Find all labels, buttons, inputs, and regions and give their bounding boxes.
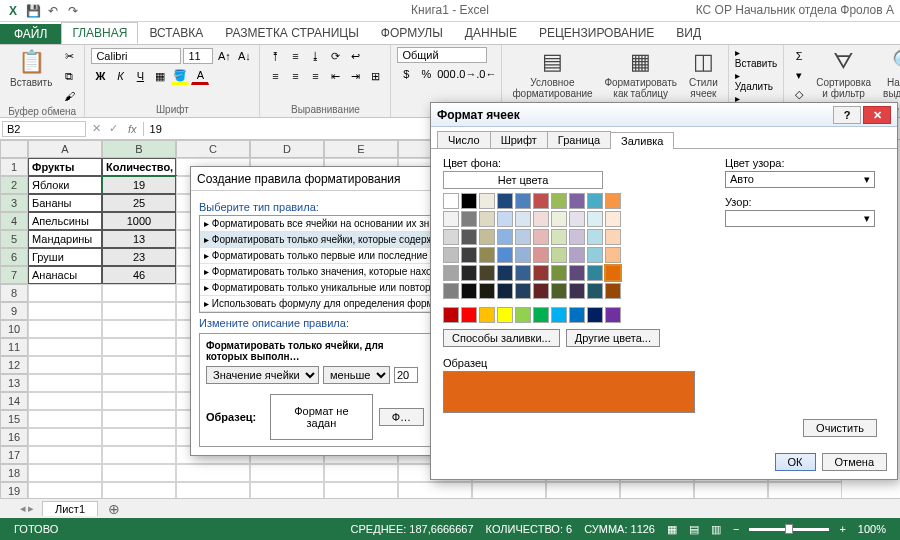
- cancel-button[interactable]: Отмена: [822, 453, 887, 471]
- color-swatch[interactable]: [587, 307, 603, 323]
- row-header[interactable]: 2: [0, 176, 28, 194]
- color-swatch[interactable]: [497, 247, 513, 263]
- color-swatch[interactable]: [533, 229, 549, 245]
- color-swatch[interactable]: [569, 265, 585, 281]
- align-center-icon[interactable]: ≡: [286, 67, 304, 85]
- paste-button[interactable]: 📋Вставить: [6, 47, 56, 90]
- cell[interactable]: Количество, кг: [102, 158, 176, 176]
- cell[interactable]: [102, 356, 176, 374]
- cancel-formula-icon[interactable]: ✕: [88, 122, 105, 135]
- copy-icon[interactable]: ⧉: [60, 67, 78, 85]
- color-swatch[interactable]: [461, 307, 477, 323]
- color-swatch[interactable]: [587, 247, 603, 263]
- color-swatch[interactable]: [551, 211, 567, 227]
- color-swatch[interactable]: [443, 283, 459, 299]
- pattern-style-select[interactable]: ▾: [725, 210, 875, 227]
- cell[interactable]: [28, 446, 102, 464]
- color-swatch[interactable]: [443, 265, 459, 281]
- column-header[interactable]: D: [250, 140, 324, 158]
- color-swatch[interactable]: [515, 211, 531, 227]
- indent-decrease-icon[interactable]: ⇤: [326, 67, 344, 85]
- row-header[interactable]: 4: [0, 212, 28, 230]
- tab-home[interactable]: ГЛАВНАЯ: [61, 22, 138, 44]
- color-swatch[interactable]: [587, 229, 603, 245]
- number-format-select[interactable]: Общий: [397, 47, 487, 63]
- color-swatch[interactable]: [605, 247, 621, 263]
- row-header[interactable]: 11: [0, 338, 28, 356]
- tab-border[interactable]: Граница: [547, 131, 611, 148]
- color-swatch[interactable]: [587, 283, 603, 299]
- undo-icon[interactable]: ↶: [44, 2, 62, 20]
- zoom-in-icon[interactable]: +: [839, 523, 845, 535]
- tab-font[interactable]: Шрифт: [490, 131, 548, 148]
- format-painter-icon[interactable]: 🖌: [60, 87, 78, 105]
- color-swatch[interactable]: [515, 265, 531, 281]
- color-swatch[interactable]: [551, 265, 567, 281]
- rule-type-item[interactable]: ▸ Форматировать только первые или послед…: [200, 248, 430, 264]
- help-icon[interactable]: ?: [833, 106, 861, 124]
- autosum-icon[interactable]: Σ: [790, 47, 808, 65]
- underline-button[interactable]: Ч: [131, 67, 149, 85]
- color-swatch[interactable]: [551, 193, 567, 209]
- comma-icon[interactable]: 000: [437, 65, 455, 83]
- color-swatch[interactable]: [479, 229, 495, 245]
- color-swatch[interactable]: [605, 283, 621, 299]
- view-pagelayout-icon[interactable]: ▤: [689, 523, 699, 536]
- color-swatch[interactable]: [443, 229, 459, 245]
- pattern-color-select[interactable]: Авто▾: [725, 171, 875, 188]
- cell[interactable]: [250, 464, 324, 482]
- cell[interactable]: 19: [102, 176, 176, 194]
- cell[interactable]: [102, 284, 176, 302]
- column-header[interactable]: A: [28, 140, 102, 158]
- rule-type-item[interactable]: ▸ Использовать формулу для определения ф…: [200, 296, 430, 312]
- align-left-icon[interactable]: ≡: [266, 67, 284, 85]
- color-swatch[interactable]: [551, 307, 567, 323]
- color-swatch[interactable]: [497, 229, 513, 245]
- align-middle-icon[interactable]: ≡: [286, 47, 304, 65]
- font-name-select[interactable]: Calibri: [91, 48, 181, 64]
- cell[interactable]: [176, 464, 250, 482]
- column-header[interactable]: B: [102, 140, 176, 158]
- color-swatch[interactable]: [533, 265, 549, 281]
- cell[interactable]: 46: [102, 266, 176, 284]
- color-swatch[interactable]: [479, 193, 495, 209]
- fx-icon[interactable]: fx: [122, 123, 143, 135]
- add-sheet-icon[interactable]: ⊕: [100, 501, 128, 517]
- file-tab[interactable]: ФАЙЛ: [0, 24, 61, 44]
- color-swatch[interactable]: [605, 229, 621, 245]
- no-color-button[interactable]: Нет цвета: [443, 171, 603, 189]
- row-header[interactable]: 17: [0, 446, 28, 464]
- cut-icon[interactable]: ✂: [60, 47, 78, 65]
- color-swatch[interactable]: [479, 247, 495, 263]
- ok-button[interactable]: ОК: [775, 453, 816, 471]
- italic-button[interactable]: К: [111, 67, 129, 85]
- close-icon[interactable]: ✕: [863, 106, 891, 124]
- color-swatch[interactable]: [533, 211, 549, 227]
- row-header[interactable]: 3: [0, 194, 28, 212]
- zoom-out-icon[interactable]: −: [733, 523, 739, 535]
- tab-fill[interactable]: Заливка: [610, 132, 674, 149]
- tab-view[interactable]: ВИД: [665, 22, 712, 44]
- rule-type-item[interactable]: ▸ Форматировать только ячейки, которые с…: [200, 232, 430, 248]
- color-swatch[interactable]: [443, 193, 459, 209]
- column-header[interactable]: E: [324, 140, 398, 158]
- cell[interactable]: Груши: [28, 248, 102, 266]
- row-header[interactable]: 8: [0, 284, 28, 302]
- cell[interactable]: 25: [102, 194, 176, 212]
- color-swatch[interactable]: [479, 307, 495, 323]
- cell-styles-button[interactable]: ◫Стили ячеек: [685, 47, 722, 101]
- select-all-corner[interactable]: [0, 140, 28, 158]
- more-colors-button[interactable]: Другие цвета...: [566, 329, 660, 347]
- row-header[interactable]: 13: [0, 374, 28, 392]
- row-header[interactable]: 10: [0, 320, 28, 338]
- condition-operator-select[interactable]: меньше: [323, 366, 390, 384]
- cell[interactable]: [28, 464, 102, 482]
- cell[interactable]: [102, 446, 176, 464]
- cell[interactable]: [28, 428, 102, 446]
- color-swatch[interactable]: [443, 211, 459, 227]
- tab-data[interactable]: ДАННЫЕ: [454, 22, 528, 44]
- fill-color-icon[interactable]: 🪣: [171, 67, 189, 85]
- insert-cells-button[interactable]: ▸ Вставить: [735, 47, 777, 69]
- enter-formula-icon[interactable]: ✓: [105, 122, 122, 135]
- decrease-decimal-icon[interactable]: .0←: [477, 65, 495, 83]
